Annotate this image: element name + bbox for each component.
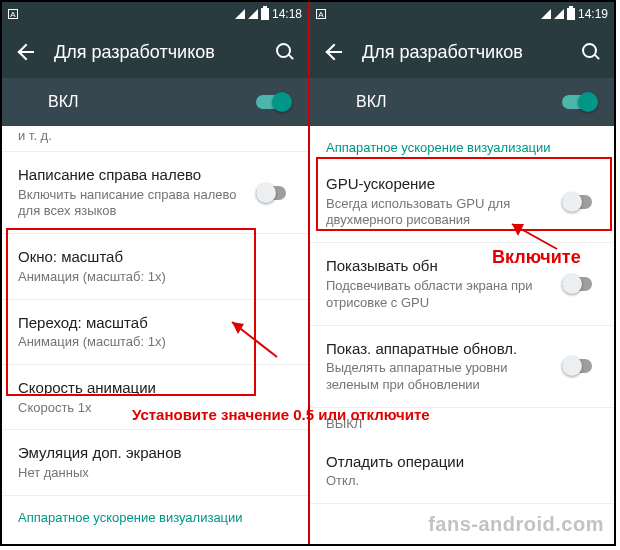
item-title: GPU-ускорение (326, 174, 552, 194)
list-item[interactable]: Показ. аппаратные обновл. Выделять аппар… (310, 326, 614, 408)
status-icon: A (8, 9, 18, 19)
search-icon[interactable] (276, 43, 294, 61)
list-item[interactable]: Окно: масштаб Анимация (масштаб: 1x) (2, 234, 308, 299)
status-bar: A 14:19 (310, 2, 614, 26)
list-item[interactable]: GPU-ускорение Всегда использовать GPU дл… (310, 161, 614, 243)
item-title: Переход: масштаб (18, 313, 292, 333)
section-header: Аппаратное ускорение визуализации (2, 496, 308, 531)
list-item[interactable]: Показывать обн Подсвечивать области экра… (310, 243, 614, 325)
phone-right: A 14:19 Для разработчиков ВКЛ Аппаратное… (308, 2, 614, 544)
phone-left: A 14:18 Для разработчиков ВКЛ и т. д. На… (2, 2, 308, 544)
item-title: Показ. аппаратные обновл. (326, 339, 552, 359)
item-title: Эмуляция доп. экранов (18, 443, 292, 463)
item-switch[interactable] (562, 274, 598, 294)
search-icon[interactable] (582, 43, 600, 61)
settings-list: и т. д. Написание справа налево Включить… (2, 126, 308, 544)
back-icon[interactable] (324, 43, 342, 61)
master-switch[interactable] (562, 92, 598, 112)
item-sub: Откл. (326, 473, 598, 490)
clock: 14:18 (272, 7, 302, 21)
wifi-icon (541, 9, 551, 19)
item-sub: Анимация (масштаб: 1x) (18, 334, 292, 351)
list-item[interactable]: Эмуляция доп. экранов Нет данных (2, 430, 308, 495)
status-icon: A (316, 9, 326, 19)
page-title: Для разработчиков (54, 42, 256, 63)
signal-icon (554, 9, 564, 19)
item-sub: ВЫКЛ (326, 416, 598, 433)
item-title: Скорость анимации (18, 378, 292, 398)
item-sub: Анимация (масштаб: 1x) (18, 269, 292, 286)
app-bar: Для разработчиков (310, 26, 614, 78)
item-sub: Подсвечивать области экрана при отрисовк… (326, 278, 552, 312)
battery-icon (567, 8, 575, 20)
list-item[interactable]: Скорость анимации Скорость 1x (2, 365, 308, 430)
master-switch[interactable] (256, 92, 292, 112)
item-switch[interactable] (562, 356, 598, 376)
list-item[interactable]: ВЫКЛ (310, 408, 614, 439)
master-toggle-bar[interactable]: ВКЛ (310, 78, 614, 126)
signal-icon (248, 9, 258, 19)
page-title: Для разработчиков (362, 42, 562, 63)
settings-list: Аппаратное ускорение визуализации GPU-ус… (310, 126, 614, 544)
item-sub: Всегда использовать GPU для двухмерного … (326, 196, 552, 230)
app-bar: Для разработчиков (2, 26, 308, 78)
master-toggle-label: ВКЛ (326, 93, 562, 111)
item-sub: Скорость 1x (18, 400, 292, 417)
status-bar: A 14:18 (2, 2, 308, 26)
item-title: Показывать обн (326, 256, 552, 276)
item-title: Написание справа налево (18, 165, 246, 185)
truncated-text: и т. д. (2, 126, 308, 152)
item-title: Отладить операции (326, 452, 598, 472)
list-item[interactable]: Написание справа налево Включить написан… (2, 152, 308, 234)
item-sub: Выделять аппаратные уровни зеленым при о… (326, 360, 552, 394)
battery-icon (261, 8, 269, 20)
item-sub: Нет данных (18, 465, 292, 482)
clock: 14:19 (578, 7, 608, 21)
item-title: Окно: масштаб (18, 247, 292, 267)
item-switch[interactable] (256, 183, 292, 203)
wifi-icon (235, 9, 245, 19)
section-header: Аппаратное ускорение визуализации (310, 126, 614, 161)
item-sub: Включить написание справа налево для все… (18, 187, 246, 221)
master-toggle-label: ВКЛ (18, 93, 256, 111)
back-icon[interactable] (16, 43, 34, 61)
master-toggle-bar[interactable]: ВКЛ (2, 78, 308, 126)
item-switch[interactable] (562, 192, 598, 212)
list-item[interactable]: Переход: масштаб Анимация (масштаб: 1x) (2, 300, 308, 365)
list-item[interactable]: Отладить операции Откл. (310, 439, 614, 504)
